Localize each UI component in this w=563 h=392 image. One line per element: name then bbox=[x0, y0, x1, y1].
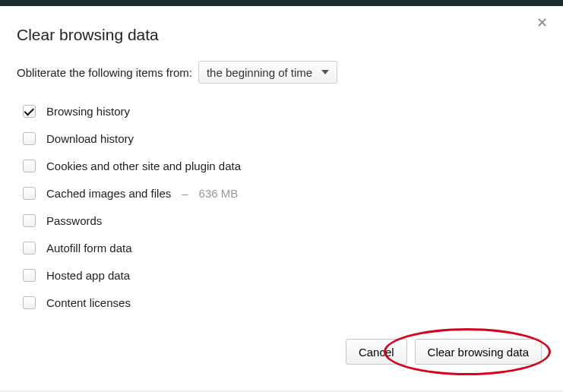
time-range-value: the beginning of time bbox=[207, 66, 312, 79]
time-range-select[interactable]: the beginning of time bbox=[198, 61, 337, 84]
option-label: Cached images and files bbox=[46, 187, 171, 200]
checkbox[interactable] bbox=[23, 296, 36, 309]
window-titlebar bbox=[0, 0, 563, 6]
option-note: 636 MB bbox=[199, 187, 239, 200]
dialog-actions: Cancel Clear browsing data bbox=[17, 339, 546, 365]
checkbox[interactable] bbox=[23, 242, 36, 254]
checkbox[interactable] bbox=[23, 214, 36, 227]
option-label: Hosted app data bbox=[46, 269, 130, 282]
checkbox[interactable] bbox=[23, 105, 36, 118]
checkbox[interactable] bbox=[23, 269, 36, 282]
option-label: Passwords bbox=[46, 214, 102, 227]
option-label: Content licenses bbox=[46, 296, 131, 309]
dialog-title: Clear browsing data bbox=[17, 26, 546, 44]
chevron-down-icon bbox=[321, 70, 329, 74]
option-label: Autofill form data bbox=[46, 242, 132, 254]
clear-browsing-data-dialog: ✕ Clear browsing data Obliterate the fol… bbox=[0, 6, 563, 380]
checkbox[interactable] bbox=[23, 160, 36, 172]
cancel-button[interactable]: Cancel bbox=[346, 339, 407, 365]
option-hosted-app[interactable]: Hosted app data bbox=[23, 261, 546, 289]
checkbox[interactable] bbox=[23, 187, 36, 200]
options-list: Browsing history Download history Cookie… bbox=[17, 97, 546, 316]
option-label: Browsing history bbox=[46, 105, 130, 118]
checkbox[interactable] bbox=[23, 132, 36, 145]
option-passwords[interactable]: Passwords bbox=[23, 207, 546, 234]
option-cached[interactable]: Cached images and files – 636 MB bbox=[23, 179, 546, 207]
option-label: Cookies and other site and plugin data bbox=[46, 160, 241, 172]
note-separator: – bbox=[182, 187, 188, 200]
option-browsing-history[interactable]: Browsing history bbox=[23, 97, 546, 125]
option-download-history[interactable]: Download history bbox=[23, 125, 546, 152]
option-cookies[interactable]: Cookies and other site and plugin data bbox=[23, 152, 546, 179]
option-content-licenses[interactable]: Content licenses bbox=[23, 289, 546, 316]
option-autofill[interactable]: Autofill form data bbox=[23, 234, 546, 261]
close-icon[interactable]: ✕ bbox=[536, 17, 548, 29]
time-range-row: Obliterate the following items from: the… bbox=[17, 61, 546, 84]
clear-browsing-data-button[interactable]: Clear browsing data bbox=[415, 339, 542, 365]
option-label: Download history bbox=[46, 132, 134, 145]
time-range-label: Obliterate the following items from: bbox=[17, 66, 192, 79]
